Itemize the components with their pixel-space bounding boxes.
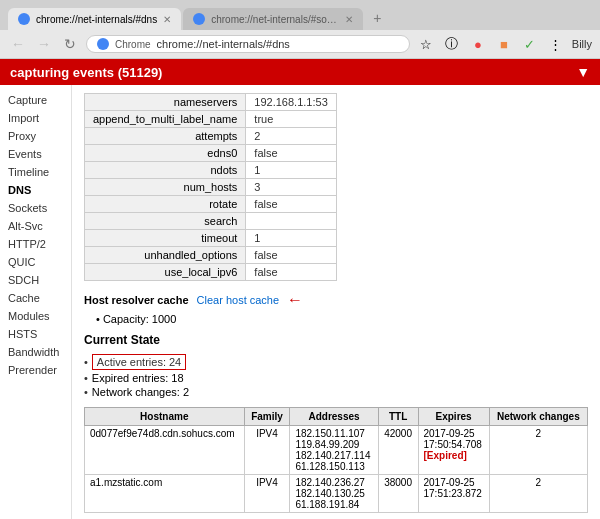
sidebar-item-sockets[interactable]: Sockets [0,199,71,217]
sidebar-item-dns[interactable]: DNS [0,181,71,199]
clear-host-cache-button[interactable]: Clear host cache [197,294,280,306]
bullet-icon: • [84,386,88,398]
cache-addresses: 182.140.236.27 182.140.130.25 61.188.191… [290,475,378,513]
dns-config-key: attempts [85,128,246,145]
tab-close-dns[interactable]: ✕ [163,14,171,25]
new-tab-button[interactable]: + [365,6,389,30]
extension-icon-1[interactable]: ● [468,34,488,54]
cache-table-header: Expires [418,408,489,426]
dns-config-row: unhandled_optionsfalse [85,247,337,264]
address-text: chrome://net-internals/#dns [157,38,399,50]
address-bar[interactable]: Chrome chrome://net-internals/#dns [86,35,410,53]
sidebar-item-capture[interactable]: Capture [0,91,71,109]
dns-config-row: append_to_multi_label_nametrue [85,111,337,128]
tab-favicon-dns [18,13,30,25]
address-favicon [97,38,109,50]
cache-table-row: a1.mzstatic.comIPV4182.140.236.27 182.14… [85,475,588,513]
event-header-chevron[interactable]: ▼ [576,64,590,80]
dns-config-key: use_local_ipv6 [85,264,246,281]
tab-title-dns: chrome://net-internals/#dns [36,14,157,25]
sidebar-item-sdch[interactable]: SDCH [0,271,71,289]
dns-config-key: num_hosts [85,179,246,196]
host-resolver-row: Host resolver cache Clear host cache ← [84,291,588,309]
sidebar-item-quic[interactable]: QUIC [0,253,71,271]
dns-config-row: nameservers192.168.1.1:53 [85,94,337,111]
expired-label: [Expired] [424,450,467,461]
address-bar-row: ← → ↻ Chrome chrome://net-internals/#dns… [0,30,600,58]
sidebar-item-prerender[interactable]: Prerender [0,361,71,379]
cache-hostname: a1.mzstatic.com [85,475,245,513]
dns-config-row: edns0false [85,145,337,162]
cache-network-changes: 2 [489,475,587,513]
cache-table-header: Addresses [290,408,378,426]
extension-icon-3[interactable]: ✓ [520,34,540,54]
dns-config-value: 1 [246,230,336,247]
cache-hostname: 0d077ef9e74d8.cdn.sohucs.com [85,426,245,475]
dns-config-value: false [246,145,336,162]
dns-config-row: num_hosts3 [85,179,337,196]
sidebar-item-alt-svc[interactable]: Alt-Svc [0,217,71,235]
capacity-label: Capacity: 1000 [103,313,176,325]
sidebar-item-modules[interactable]: Modules [0,307,71,325]
bullet-icon: • [84,372,88,384]
sidebar-item-bandwidth[interactable]: Bandwidth [0,343,71,361]
cache-expires: 2017-09-25 17:50:54.708 [Expired] [418,426,489,475]
sidebar: CaptureImportProxyEventsTimelineDNSSocke… [0,85,72,519]
dns-config-value: false [246,196,336,213]
user-name: Billy [572,38,592,50]
address-secure-label: Chrome [115,39,151,50]
main-content: nameservers192.168.1.1:53append_to_multi… [72,85,600,519]
tab-bar: chrome://net-internals/#dns ✕ chrome://n… [0,0,600,30]
dns-config-row: use_local_ipv6false [85,264,337,281]
tab-dns[interactable]: chrome://net-internals/#dns ✕ [8,8,181,30]
app-layout: CaptureImportProxyEventsTimelineDNSSocke… [0,85,600,519]
dns-config-row: timeout1 [85,230,337,247]
state-list: •Active entries: 24•Expired entries: 18•… [84,353,588,399]
dns-config-row: search [85,213,337,230]
sidebar-item-proxy[interactable]: Proxy [0,127,71,145]
cache-table-header: Network changes [489,408,587,426]
cache-network-changes: 2 [489,426,587,475]
dns-config-key: rotate [85,196,246,213]
bookmark-icon[interactable]: ☆ [416,34,436,54]
reload-button[interactable]: ↻ [60,34,80,54]
sidebar-item-events[interactable]: Events [0,145,71,163]
dns-config-key: search [85,213,246,230]
cache-table-header: TTL [378,408,418,426]
sidebar-item-import[interactable]: Import [0,109,71,127]
event-header: capturing events (51129) ▼ [0,59,600,85]
cache-family: IPV4 [244,475,290,513]
state-list-item: •Expired entries: 18 [84,371,588,385]
info-icon[interactable]: ⓘ [442,34,462,54]
dns-config-table: nameservers192.168.1.1:53append_to_multi… [84,93,337,281]
cache-table-row: 0d077ef9e74d8.cdn.sohucs.comIPV4182.150.… [85,426,588,475]
more-tools-icon[interactable]: ⋮ [546,34,566,54]
sidebar-item-timeline[interactable]: Timeline [0,163,71,181]
sidebar-item-cache[interactable]: Cache [0,289,71,307]
sidebar-item-http-2[interactable]: HTTP/2 [0,235,71,253]
sidebar-item-hsts[interactable]: HSTS [0,325,71,343]
dns-config-row: attempts2 [85,128,337,145]
cache-family: IPV4 [244,426,290,475]
forward-button[interactable]: → [34,34,54,54]
dns-config-value: 3 [246,179,336,196]
toolbar-icons: ☆ ⓘ ● ■ ✓ ⋮ [416,34,566,54]
dns-config-key: ndots [85,162,246,179]
cache-ttl: 38000 [378,475,418,513]
state-list-item: •Active entries: 24 [84,353,588,371]
tab-close-sockets[interactable]: ✕ [345,14,353,25]
dns-config-value: 2 [246,128,336,145]
tab-title-sockets: chrome://net-internals/#socke [211,14,339,25]
cache-addresses: 182.150.11.107 119.84.99.209 182.140.217… [290,426,378,475]
browser-chrome: chrome://net-internals/#dns ✕ chrome://n… [0,0,600,59]
tab-sockets[interactable]: chrome://net-internals/#socke ✕ [183,8,363,30]
dns-config-value: 192.168.1.1:53 [246,94,336,111]
cache-expires: 2017-09-25 17:51:23.872 [418,475,489,513]
current-state-title: Current State [84,333,588,347]
back-button[interactable]: ← [8,34,28,54]
extension-icon-2[interactable]: ■ [494,34,514,54]
dns-config-key: append_to_multi_label_name [85,111,246,128]
dns-config-key: timeout [85,230,246,247]
capacity-row: • Capacity: 1000 [96,313,588,325]
host-resolver-label: Host resolver cache [84,294,189,306]
